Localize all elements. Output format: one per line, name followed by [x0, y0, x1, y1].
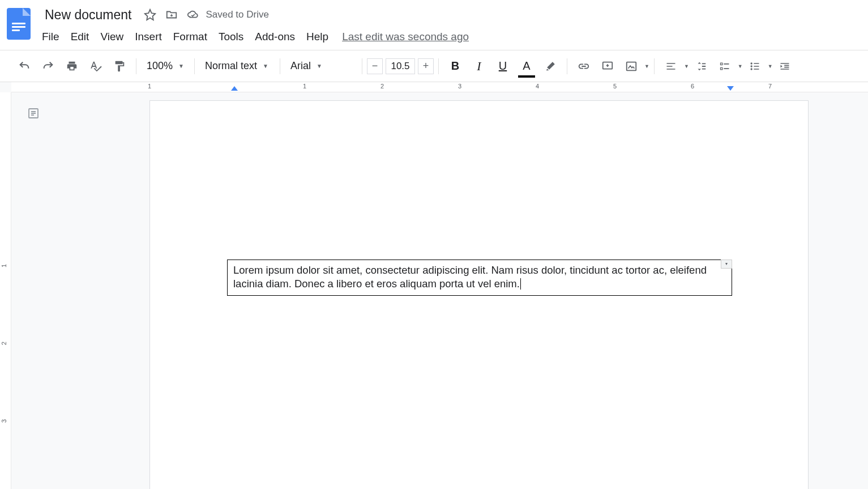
ruler-tick: 1 — [148, 83, 151, 90]
menu-file[interactable]: File — [41, 28, 65, 45]
spellcheck-icon[interactable] — [86, 57, 105, 76]
chevron-down-icon[interactable]: ▼ — [644, 63, 649, 69]
toolbar: 100% ▼ Normal text ▼ Arial ▼ − + B I U A… — [0, 50, 868, 82]
document-title-input[interactable]: New document — [41, 6, 135, 24]
highlight-color-button[interactable] — [541, 57, 560, 76]
separator — [654, 58, 655, 74]
checklist-button[interactable]: ▼ — [713, 57, 743, 76]
ruler-tick: 1 — [1, 264, 7, 267]
separator — [362, 58, 362, 74]
print-icon[interactable] — [62, 57, 82, 76]
menu-format[interactable]: Format — [168, 28, 213, 45]
separator — [136, 58, 136, 74]
paragraph-style-select[interactable]: Normal text ▼ — [199, 57, 275, 76]
title-row: New document Saved to Drive — [41, 5, 861, 25]
align-button[interactable]: ▼ — [659, 57, 689, 76]
menu-help[interactable]: Help — [301, 28, 334, 45]
svg-point-6 — [750, 68, 752, 70]
italic-button[interactable]: I — [469, 57, 489, 76]
menu-view[interactable]: View — [95, 28, 129, 45]
chevron-down-icon[interactable]: ▼ — [768, 63, 773, 69]
docs-logo-icon[interactable] — [7, 8, 31, 40]
separator — [280, 58, 280, 74]
workspace: 1 1 2 3 4 5 6 7 1 2 3 ▾ Lorem ipsum dolo… — [0, 82, 868, 489]
font-size-increase-button[interactable]: + — [418, 58, 434, 74]
font-size-input[interactable] — [386, 58, 415, 74]
star-icon[interactable] — [143, 8, 157, 22]
menu-edit[interactable]: Edit — [65, 28, 95, 45]
ruler-tick: 6 — [691, 83, 694, 90]
svg-rect-3 — [720, 67, 722, 69]
font-value: Arial — [290, 60, 311, 72]
menu-addons[interactable]: Add-ons — [249, 28, 301, 45]
ruler-tick: 7 — [768, 83, 772, 90]
svg-rect-1 — [627, 62, 636, 70]
document-page[interactable]: ▾ Lorem ipsum dolor sit amet, consectetu… — [149, 100, 809, 489]
zoom-select[interactable]: 100% ▼ — [141, 57, 190, 76]
redo-icon[interactable] — [39, 57, 58, 76]
text-box-content[interactable]: Lorem ipsum dolor sit amet, consectetur … — [233, 264, 707, 290]
ruler-tick: 3 — [1, 419, 7, 423]
document-outline-icon[interactable] — [25, 105, 42, 122]
insert-link-button[interactable] — [574, 57, 593, 76]
saved-status-text: Saved to Drive — [206, 9, 269, 20]
vertical-ruler[interactable]: 1 2 3 — [0, 92, 11, 489]
header: New document Saved to Drive File Edit Vi… — [0, 0, 868, 50]
text-box-options-icon[interactable]: ▾ — [721, 260, 732, 269]
text-box[interactable]: ▾ Lorem ipsum dolor sit amet, consectetu… — [227, 260, 732, 296]
separator — [567, 58, 567, 74]
text-color-button[interactable]: A — [517, 57, 536, 76]
font-select[interactable]: Arial ▼ — [285, 57, 357, 76]
right-indent-marker[interactable] — [727, 86, 734, 91]
decrease-indent-button[interactable] — [775, 57, 794, 76]
font-size-group: − + — [367, 58, 434, 74]
menu-bar: File Edit View Insert Format Tools Add-o… — [41, 26, 861, 48]
ruler-tick: 2 — [380, 83, 384, 90]
separator — [194, 58, 195, 74]
paint-format-icon[interactable] — [110, 57, 129, 76]
horizontal-ruler[interactable]: 1 1 2 3 4 5 6 7 — [11, 82, 868, 92]
zoom-value: 100% — [147, 60, 173, 72]
menu-tools[interactable]: Tools — [213, 28, 249, 45]
ruler-tick: 4 — [536, 83, 539, 90]
underline-button[interactable]: U — [493, 57, 512, 76]
line-spacing-button[interactable] — [691, 57, 711, 76]
header-center: New document Saved to Drive File Edit Vi… — [41, 5, 861, 48]
chevron-down-icon: ▼ — [178, 63, 184, 69]
ruler-tick: 5 — [613, 83, 617, 90]
ruler-tick: 2 — [1, 342, 7, 345]
ruler-tick: 3 — [458, 83, 461, 90]
separator — [438, 58, 439, 74]
move-folder-icon[interactable] — [165, 8, 178, 22]
font-size-decrease-button[interactable]: − — [367, 58, 383, 74]
menu-insert[interactable]: Insert — [129, 28, 168, 45]
svg-point-5 — [750, 65, 752, 67]
chevron-down-icon: ▼ — [263, 63, 268, 69]
insert-image-button[interactable]: ▼ — [619, 57, 649, 76]
style-value: Normal text — [205, 60, 257, 72]
insert-comment-button[interactable] — [598, 57, 617, 76]
bulleted-list-button[interactable]: ▼ — [743, 57, 773, 76]
chevron-down-icon: ▼ — [317, 63, 322, 69]
left-indent-marker[interactable] — [231, 86, 238, 91]
cloud-saved-icon[interactable] — [186, 8, 200, 22]
bold-button[interactable]: B — [446, 57, 465, 76]
svg-point-4 — [750, 62, 752, 64]
chevron-down-icon[interactable]: ▼ — [738, 63, 743, 69]
ruler-tick: 1 — [303, 83, 306, 90]
text-cursor — [520, 278, 521, 290]
svg-rect-2 — [720, 63, 722, 65]
last-edit-link[interactable]: Last edit was seconds ago — [342, 31, 469, 43]
chevron-down-icon[interactable]: ▼ — [684, 63, 689, 69]
undo-icon[interactable] — [15, 57, 34, 76]
